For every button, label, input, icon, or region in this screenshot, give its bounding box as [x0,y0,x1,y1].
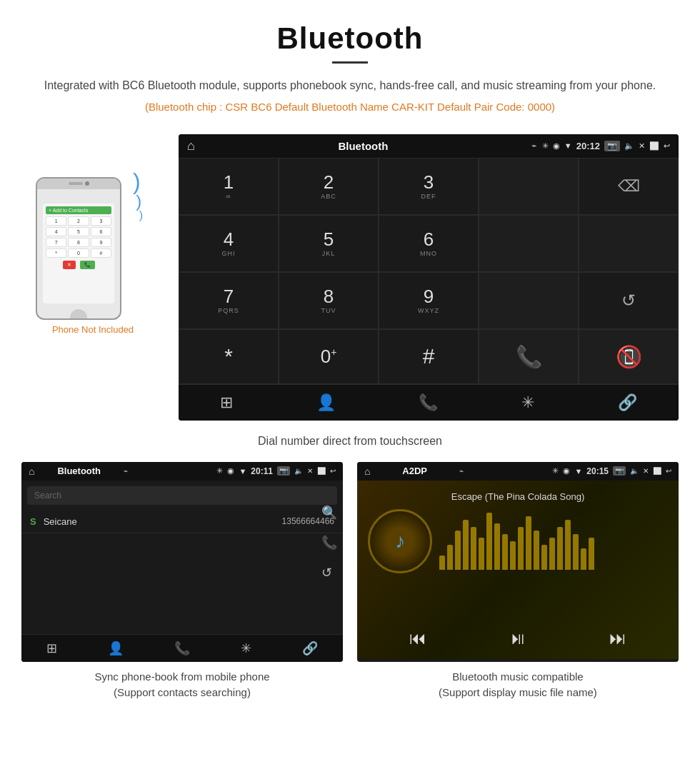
phone-key-1: 1 [46,216,66,226]
eq-bar [510,541,516,570]
dial-key-2[interactable]: 2ABC [279,158,379,215]
eq-bar [526,516,531,570]
eq-bar [455,531,461,570]
phone-top-bar [37,179,120,189]
phone-key-4: 4 [46,227,66,236]
phonebook-tb-bt-icon[interactable]: ✳ [241,640,251,656]
toolbar-call-icon[interactable]: 📞 [419,393,438,412]
eq-bar [573,534,579,570]
eq-bar [589,538,594,570]
prev-track-button[interactable]: ⏮ [409,628,426,648]
phone-key-6: 6 [91,227,111,236]
music-note-icon: ♪ [395,530,405,553]
music-home-icon[interactable]: ⌂ [364,466,370,477]
home-icon[interactable]: ⌂ [187,139,195,154]
music-status-bar: ⌂ A2DP ⌁ ✳ ◉ ▼ 20:15 📷 🔈 ✕ ⬜ ↩ [357,462,679,481]
page-title: Bluetooth [43,21,657,56]
bottom-screenshots: ⌂ Bluetooth ⌁ ✳ ◉ ▼ 20:11 📷 🔈 ✕ ⬜ ↩ Sear… [0,462,700,701]
dial-key-star[interactable]: * [179,329,279,384]
contact-list: S Seicane 13566664466 [21,511,343,533]
phonebook-loc-icon: ◉ [227,466,234,476]
phonebook-tb-apps-icon[interactable]: ⊞ [46,640,57,656]
dial-call-button[interactable]: 📞 [479,329,579,384]
dial-key-9[interactable]: 9WXYZ [379,272,479,329]
phonebook-win-icon: ⬜ [317,467,326,475]
dial-key-5[interactable]: 5JKL [279,215,379,272]
contact-item-seicane[interactable]: S Seicane 13566664466 [21,511,343,533]
dial-key-6[interactable]: 6MNO [379,215,479,272]
phonebook-cam-icon: 📷 [277,466,290,476]
dial-end-button[interactable]: 📵 [579,329,679,384]
eq-bar [486,513,492,570]
toolbar-apps-icon[interactable]: ⊞ [220,393,233,412]
dial-key-0[interactable]: 0+ [279,329,379,384]
phonebook-caption-text: Sync phone-book from mobile phone(Suppor… [94,670,269,699]
bt-status-icon: ✳ [542,141,549,151]
dial-key-3[interactable]: 3DEF [379,158,479,215]
car-screen-toolbar: ⊞ 👤 📞 ✳ 🔗 [179,384,679,421]
phonebook-title: Bluetooth [39,466,119,476]
location-status-icon: ◉ [553,141,560,151]
music-track-name: Escape (The Pina Colada Song) [451,491,584,502]
phonebook-tb-call-icon[interactable]: 📞 [174,640,190,656]
music-usb-icon: ⌁ [459,467,464,475]
status-icons: ✳ ◉ ▼ 20:12 📷 🔈 ✕ ⬜ ↩ [542,141,670,151]
music-item: ⌂ A2DP ⌁ ✳ ◉ ▼ 20:15 📷 🔈 ✕ ⬜ ↩ Escape (T… [357,462,679,701]
phone-not-included-label: Phone Not Included [52,324,134,335]
phone-action-keys: ✕ 📞 [46,261,111,269]
signal-arc-3: ) [139,210,143,221]
bluetooth-specs: (Bluetooth chip : CSR BC6 Default Blueto… [43,101,657,113]
camera-status-icon: 📷 [604,141,620,151]
back-status-icon[interactable]: ↩ [664,141,670,151]
play-pause-button[interactable]: ⏯ [509,628,526,648]
eq-bar [494,523,500,570]
music-screen: ⌂ A2DP ⌁ ✳ ◉ ▼ 20:15 📷 🔈 ✕ ⬜ ↩ Escape (T… [357,462,679,662]
phone-contacts-header: + Add to Contacts [46,206,111,214]
phone-key-8: 8 [68,238,89,247]
dial-display-empty-3 [579,215,679,272]
phonebook-search-icon[interactable]: 🔍 [321,505,337,521]
phonebook-back-icon[interactable]: ↩ [330,467,336,475]
dial-key-4[interactable]: 4GHI [179,215,279,272]
dial-refresh[interactable]: ↺ [579,272,679,329]
phonebook-call-icon[interactable]: 📞 [321,535,337,551]
dial-key-8[interactable]: 8TUV [279,272,379,329]
phone-key-3: 3 [91,216,111,226]
car-status-bar: ⌂ Bluetooth ⌁ ✳ ◉ ▼ 20:12 📷 🔈 ✕ ⬜ ↩ [179,134,679,158]
close-status-icon[interactable]: ✕ [639,141,645,151]
phone-key-star: * [46,248,66,258]
next-track-button[interactable]: ⏭ [609,628,626,648]
phonebook-home-icon[interactable]: ⌂ [29,466,34,477]
dial-key-7[interactable]: 7PQRS [179,272,279,329]
phonebook-close-icon[interactable]: ✕ [307,467,313,475]
eq-bar [447,545,453,570]
music-close-icon[interactable]: ✕ [643,467,649,475]
phonebook-tb-link-icon[interactable]: 🔗 [302,640,318,656]
toolbar-contacts-icon[interactable]: 👤 [316,393,336,412]
album-art: ♪ [368,509,432,573]
equalizer-bars [439,513,668,570]
music-loc-icon: ◉ [563,466,570,476]
music-back-icon[interactable]: ↩ [666,467,671,475]
phonebook-bt-icon: ✳ [216,466,223,476]
phonebook-search-bar[interactable]: Search [27,486,337,505]
music-title: A2DP [374,466,454,476]
toolbar-link-icon[interactable]: 🔗 [618,393,637,412]
dial-display-empty-1 [479,158,579,215]
phonebook-screen: ⌂ Bluetooth ⌁ ✳ ◉ ▼ 20:11 📷 🔈 ✕ ⬜ ↩ Sear… [21,462,343,662]
phonebook-usb-icon: ⌁ [124,467,128,475]
phonebook-item: ⌂ Bluetooth ⌁ ✳ ◉ ▼ 20:11 📷 🔈 ✕ ⬜ ↩ Sear… [21,462,343,701]
toolbar-bluetooth-icon[interactable]: ✳ [521,393,534,412]
music-area: ♪ [368,509,668,573]
signal-waves: ) ) ) [131,170,143,221]
dial-key-1[interactable]: 1∞ [179,158,279,215]
dial-backspace[interactable]: ⌫ [579,158,679,215]
phonebook-tb-contacts-icon[interactable]: 👤 [108,640,124,656]
phone-call: 📞 [80,261,95,269]
main-caption: Dial number direct from touchscreen [0,428,700,462]
phonebook-sync-icon[interactable]: ↺ [321,565,337,581]
music-time: 20:15 [586,466,609,476]
phone-speaker [69,182,83,185]
dial-key-hash[interactable]: # [379,329,479,384]
eq-bar [534,531,539,570]
